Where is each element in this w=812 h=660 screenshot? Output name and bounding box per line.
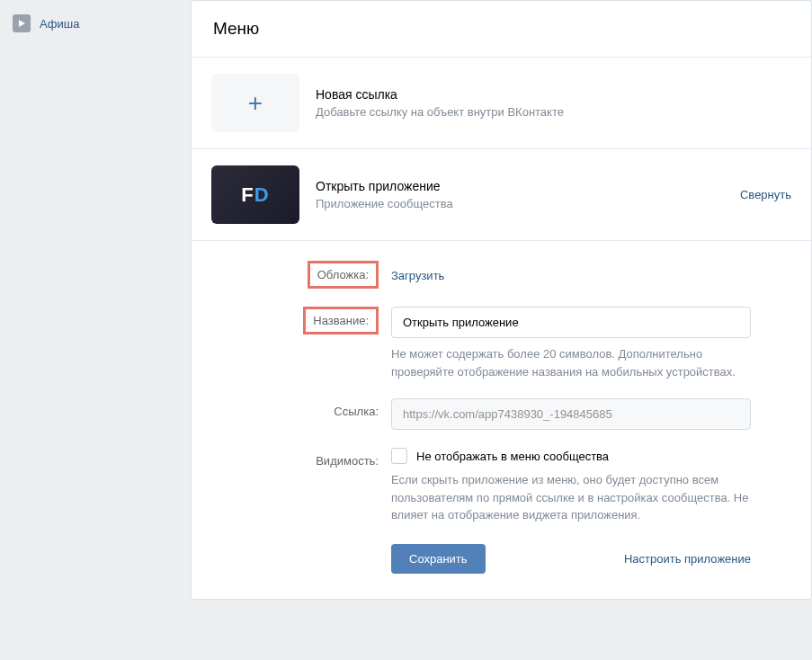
app-thumbnail: FD xyxy=(211,165,299,224)
main-panel: Меню + Новая ссылка Добавьте ссылку на о… xyxy=(191,0,812,600)
new-link-title: Новая ссылка xyxy=(316,87,791,102)
sidebar-item-afisha[interactable]: Афиша xyxy=(0,11,176,36)
play-icon xyxy=(13,14,31,32)
visibility-checkbox[interactable] xyxy=(391,448,407,464)
sidebar: Афиша xyxy=(0,0,176,600)
form-row-link: Ссылка: xyxy=(211,398,791,430)
save-button[interactable]: Сохранить xyxy=(391,544,486,574)
visibility-label: Видимость: xyxy=(211,448,391,468)
name-input[interactable] xyxy=(391,307,751,338)
plus-icon: + xyxy=(248,89,263,118)
app-title: Открыть приложение xyxy=(316,179,724,193)
collapse-link[interactable]: Свернуть xyxy=(740,188,791,201)
form-area: Обложка: Загрузить Название: Не может со… xyxy=(192,241,811,599)
form-row-visibility: Видимость: Не отображать в меню сообщест… xyxy=(211,448,791,574)
main-header: Меню xyxy=(192,1,811,58)
upload-cover-link[interactable]: Загрузить xyxy=(391,261,444,282)
link-input xyxy=(391,398,751,430)
cover-label: Обложка: xyxy=(308,261,379,289)
form-row-cover: Обложка: Загрузить xyxy=(211,261,791,289)
name-hint: Не может содержать более 20 символов. До… xyxy=(391,345,751,380)
app-block: FD Открыть приложение Приложение сообщес… xyxy=(192,149,811,241)
app-subtitle: Приложение сообщества xyxy=(316,197,724,210)
add-link-tile[interactable]: + xyxy=(211,74,299,132)
name-label: Название: xyxy=(303,307,379,334)
visibility-checkbox-label: Не отображать в меню сообщества xyxy=(416,450,609,463)
link-label: Ссылка: xyxy=(211,398,391,418)
new-link-block: + Новая ссылка Добавьте ссылку на объект… xyxy=(192,58,811,149)
page-title: Меню xyxy=(213,19,790,39)
form-row-name: Название: Не может содержать более 20 си… xyxy=(211,307,791,380)
svg-marker-0 xyxy=(19,20,25,27)
visibility-hint: Если скрыть приложение из меню, оно буде… xyxy=(391,471,751,524)
sidebar-item-label: Афиша xyxy=(40,17,79,31)
new-link-subtitle: Добавьте ссылку на объект внутри ВКонтак… xyxy=(316,105,791,119)
configure-app-link[interactable]: Настроить приложение xyxy=(624,552,751,566)
